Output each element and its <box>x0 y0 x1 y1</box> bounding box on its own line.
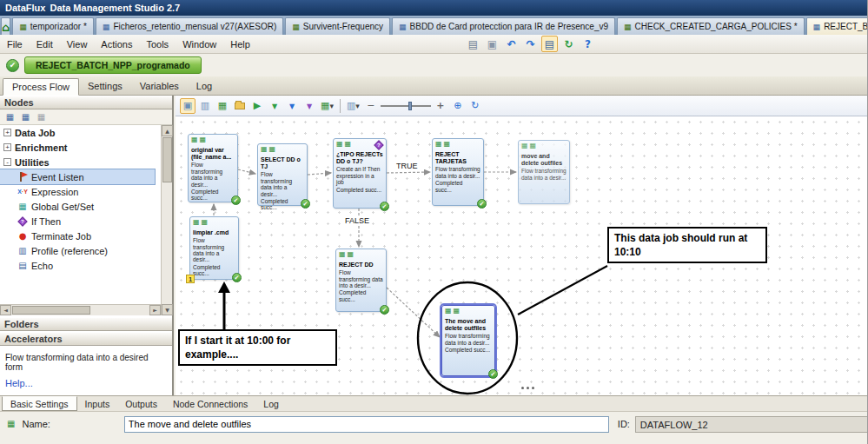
tree-item-event-listen[interactable]: Event Listen <box>0 169 155 184</box>
tree-item-terminate-job[interactable]: Terminate Job <box>0 229 172 243</box>
redo-button[interactable] <box>522 36 539 52</box>
scroll-right-icon[interactable] <box>149 305 161 315</box>
select-mode-button[interactable] <box>180 98 195 114</box>
annotation-run-note[interactable]: This data job should run at 10:10 <box>607 227 767 263</box>
remove-node-icon[interactable] <box>35 111 48 123</box>
refresh-layout-button[interactable] <box>467 98 483 114</box>
tab-variables[interactable]: Variables <box>131 77 188 95</box>
menu-actions[interactable]: Actions <box>94 36 139 52</box>
scroll-thumb[interactable] <box>162 137 172 182</box>
zoom-out-button[interactable] <box>363 98 379 114</box>
flow-node-select-dd-o-tj[interactable]: SELECT DD o TJ Flow transforming data in… <box>257 143 308 206</box>
tree-group-utilities[interactable]: - Utilities <box>0 155 172 169</box>
tree-item-if-then[interactable]: If Then <box>0 214 172 229</box>
zoom-slider[interactable] <box>381 100 431 112</box>
process-flow-diagram[interactable]: original var (file_name a... Flow transf… <box>176 116 868 395</box>
menu-view[interactable]: View <box>60 36 95 52</box>
menu-help[interactable]: Help <box>223 36 257 52</box>
job-header-row: REJECT_BATCH_NPP_programado <box>0 54 868 76</box>
add-node-icon[interactable] <box>3 111 17 123</box>
insert-node-icon[interactable] <box>19 111 32 123</box>
flow-node-move-delete-outfiles[interactable]: move and delete outfiles Flow transformi… <box>518 140 570 204</box>
panel-splitter-handle[interactable] <box>521 387 534 389</box>
tree-item-expression[interactable]: X·Y Expression <box>0 184 172 199</box>
flow-node-tipo-rejects[interactable]: ¿TIPO REJECTs DD o TJ? Create an If Then… <box>333 138 387 209</box>
zoom-in-button[interactable] <box>433 98 448 114</box>
tree-item-global-get-set[interactable]: Global Get/Set <box>0 199 172 214</box>
expand-toggle-icon[interactable]: + <box>3 143 11 151</box>
tab-node-connections[interactable]: Node Connections <box>165 396 255 411</box>
doc-tab-temporizador[interactable]: temporizador * <box>12 17 94 35</box>
zoom-slider-handle[interactable] <box>408 102 412 110</box>
help-link[interactable]: Help... <box>5 378 33 388</box>
table-icon <box>345 141 352 150</box>
tree-vertical-scrollbar[interactable] <box>161 125 172 315</box>
grid-view-button[interactable] <box>215 98 230 114</box>
node-name-input[interactable] <box>124 416 609 433</box>
menu-edit[interactable]: Edit <box>30 36 60 52</box>
layout-dropdown[interactable] <box>345 98 361 114</box>
annotation-start-note[interactable]: If I start it at 10:00 for example.... <box>178 329 337 366</box>
insert-output-button[interactable] <box>284 98 300 114</box>
node-icon <box>7 420 15 428</box>
table-icon <box>200 136 207 146</box>
doc-tab-reject-batch-active[interactable]: REJECT_BATCH_NPP_programado * <box>806 17 868 35</box>
table-icon <box>191 136 198 146</box>
undo-button[interactable] <box>503 36 520 52</box>
doc-tab-check-created[interactable]: CHECK_CREATED_CARGA_POLICIES * <box>617 17 805 35</box>
doc-tab-bbdd[interactable]: BBDD de Card protecction para IR de Pres… <box>392 17 615 35</box>
grid-icon <box>321 101 329 110</box>
copy-button[interactable] <box>484 36 500 52</box>
flow-node-original-var[interactable]: original var (file_name a... Flow transf… <box>188 134 238 202</box>
tab-log[interactable]: Log <box>188 77 221 95</box>
expand-toggle-icon[interactable]: + <box>3 129 11 136</box>
tab-settings[interactable]: Settings <box>79 77 131 95</box>
tab-inputs[interactable]: Inputs <box>77 396 118 411</box>
grid-icon <box>347 101 355 110</box>
table-icon <box>336 141 343 150</box>
job-name-button[interactable]: REJECT_BATCH_NPP_programado <box>24 56 202 74</box>
insert-target-button[interactable] <box>301 98 317 114</box>
zoom-fit-button[interactable] <box>450 98 466 114</box>
flow-node-reject-dd[interactable]: REJECT DD Flow transforming data into a … <box>335 249 387 312</box>
doc-tab-ficheros[interactable]: Ficheros_retentio_mensual v27(AXESOR) <box>96 17 283 35</box>
tab-process-flow[interactable]: Process Flow <box>3 78 79 96</box>
flow-node-the-move-delete-outfiles-selected[interactable]: The move and delete outfiles Flow transf… <box>441 305 495 376</box>
flow-node-limpiar-cmd[interactable]: limpiar .cmd Flow transforming data into… <box>189 216 239 280</box>
accelerators-section-header[interactable]: Accelerators <box>0 332 172 346</box>
folders-section-header[interactable]: Folders <box>0 317 172 331</box>
flow-node-reject-tarjetas[interactable]: REJECT TARJETAS Flow transforming data i… <box>432 138 484 206</box>
home-tab[interactable] <box>1 17 10 35</box>
menu-tools[interactable]: Tools <box>139 36 176 52</box>
menu-file[interactable]: File <box>0 36 30 52</box>
tree-horizontal-scrollbar[interactable] <box>0 304 161 315</box>
tree-item-profile-reference[interactable]: Profile (reference) <box>0 243 172 258</box>
save-button[interactable] <box>465 36 481 52</box>
tab-outputs[interactable]: Outputs <box>117 396 165 411</box>
tree-group-enrichment[interactable]: + Enrichment <box>0 140 172 155</box>
page-icon <box>183 101 192 110</box>
nodes-section-header[interactable]: Nodes <box>0 96 172 109</box>
run-flow-button[interactable] <box>249 98 265 114</box>
log-view-button[interactable] <box>541 36 558 52</box>
app-title: Data Management Studio 2.7 <box>50 3 180 13</box>
tab-log-bottom[interactable]: Log <box>255 396 287 411</box>
tab-basic-settings[interactable]: Basic Settings <box>2 396 77 411</box>
scroll-down-icon[interactable] <box>162 304 173 315</box>
help-button[interactable] <box>580 36 596 52</box>
copy-flow-button[interactable] <box>197 98 213 114</box>
collapse-toggle-icon[interactable]: - <box>3 158 11 166</box>
open-folder-button[interactable] <box>232 98 248 114</box>
scroll-thumb[interactable] <box>12 306 90 315</box>
node-filter-dropdown[interactable] <box>319 98 335 114</box>
doc-tab-survivent[interactable]: Survivent-Frequency <box>285 17 390 35</box>
terminate-job-icon <box>17 232 28 241</box>
tree-item-echo[interactable]: Echo <box>0 258 172 273</box>
menu-window[interactable]: Window <box>176 36 223 52</box>
insert-input-button[interactable] <box>267 98 282 114</box>
refresh-button[interactable] <box>560 36 577 52</box>
tree-group-data-job[interactable]: + Data Job <box>0 125 172 140</box>
scroll-left-icon[interactable] <box>0 305 11 315</box>
down-arrow-icon <box>289 101 295 110</box>
scroll-up-icon[interactable] <box>162 125 173 136</box>
